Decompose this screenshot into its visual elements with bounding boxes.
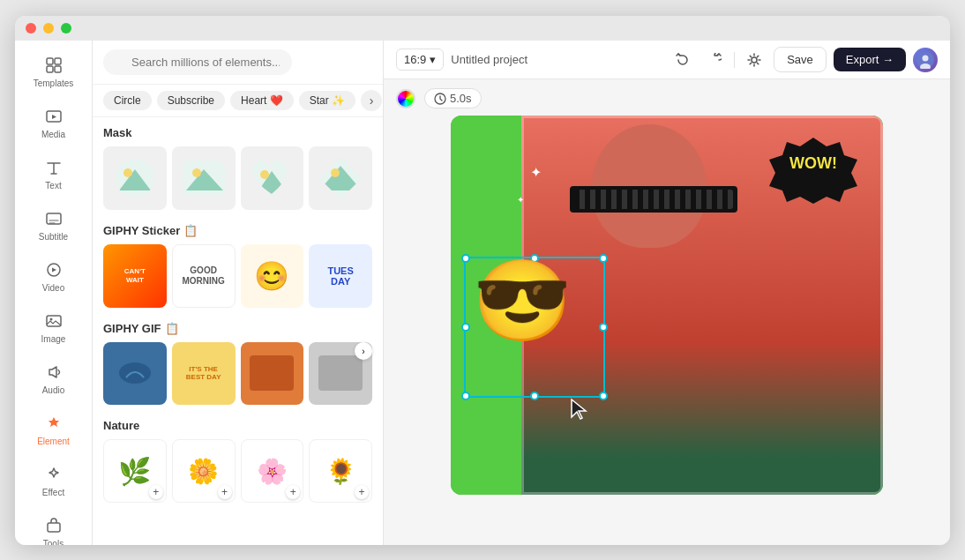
- nature-4[interactable]: 🌻 +: [309, 439, 372, 503]
- nature-2[interactable]: 🌼 +: [172, 439, 236, 503]
- sidebar-label-media: Media: [41, 130, 65, 139]
- tag-subscribe[interactable]: Subscribe: [157, 91, 225, 110]
- sidebar-label-text: Text: [45, 181, 61, 190]
- media-icon: [43, 106, 64, 127]
- minimize-button[interactable]: [43, 23, 54, 34]
- maximize-button[interactable]: [61, 23, 71, 34]
- sticker-cant-wait[interactable]: CAN'TWAIT: [103, 244, 167, 308]
- nature-section-title: Nature: [103, 419, 372, 432]
- sidebar-item-effect[interactable]: Effect: [15, 457, 92, 504]
- handle-bottom-right[interactable]: [599, 392, 608, 400]
- main-editor: 16:9 ▾ Untitled project: [384, 41, 950, 545]
- toolbar-divider: [734, 52, 735, 68]
- sidebar-label-templates: Templates: [34, 78, 74, 88]
- mask-grid: [103, 146, 372, 210]
- handle-top-right[interactable]: [599, 254, 608, 263]
- redo-button[interactable]: [702, 48, 727, 72]
- tag-star[interactable]: Star ✨: [299, 91, 355, 110]
- search-bar: 🔍: [93, 41, 383, 85]
- svg-rect-1: [55, 58, 61, 64]
- svg-rect-0: [47, 58, 53, 64]
- nature-grid: 🌿 + 🌼 + 🌸 + 🌻 +: [103, 439, 372, 503]
- aspect-ratio-selector[interactable]: 16:9 ▾: [396, 49, 444, 71]
- sidebar-label-tools: Tools: [43, 539, 64, 545]
- handle-bottom-left[interactable]: [461, 392, 470, 400]
- gif-2[interactable]: IT'S THEBEST DAY: [172, 342, 236, 406]
- svg-rect-2: [47, 66, 53, 72]
- gif-3[interactable]: [241, 342, 304, 406]
- handle-left-middle[interactable]: [461, 323, 470, 332]
- tag-circle[interactable]: Circle: [103, 91, 152, 110]
- sidebar-item-media[interactable]: Media: [15, 99, 92, 146]
- sidebar: Templates Media Text: [15, 41, 93, 545]
- search-input[interactable]: [103, 49, 292, 75]
- sidebar-item-video[interactable]: Video: [15, 252, 92, 300]
- time-display: 5.0s: [424, 88, 482, 108]
- app-window: Templates Media Text: [15, 16, 950, 545]
- sidebar-item-templates[interactable]: Templates: [15, 48, 92, 95]
- svg-marker-33: [572, 399, 586, 419]
- sidebar-label-effect: Effect: [42, 488, 64, 497]
- panel-scroll-arrow[interactable]: ›: [355, 342, 372, 360]
- giphy-sticker-grid: CAN'TWAIT GOODMORNING 😊 TUESDAY: [103, 244, 372, 308]
- sidebar-label-subtitle: Subtitle: [39, 232, 68, 242]
- svg-point-26: [752, 57, 757, 63]
- sticker-tuesday[interactable]: TUESDAY: [309, 244, 372, 308]
- nature-3-add[interactable]: +: [286, 485, 300, 499]
- sticker-emoji-smile[interactable]: 😊: [241, 244, 304, 308]
- nature-1-add[interactable]: +: [149, 485, 163, 499]
- gif-1[interactable]: [103, 342, 167, 406]
- settings-button[interactable]: [742, 48, 767, 72]
- handle-right-middle[interactable]: [599, 323, 608, 332]
- sidebar-item-audio[interactable]: Audio: [15, 355, 92, 402]
- svg-point-13: [123, 168, 132, 177]
- sidebar-label-element: Element: [37, 437, 70, 446]
- toolbar-actions: Save Export →: [670, 47, 938, 72]
- giphy-gif-grid: IT'S THEBEST DAY: [103, 342, 372, 406]
- title-bar: [15, 16, 950, 41]
- sidebar-item-tools[interactable]: Tools: [15, 508, 92, 545]
- mask-rounded[interactable]: [172, 146, 236, 210]
- sidebar-label-audio: Audio: [42, 385, 65, 395]
- giphy-gif-section-title: GIPHY GIF 📋: [103, 322, 372, 335]
- chevron-down-icon: ▾: [430, 53, 436, 66]
- text-icon: [43, 157, 64, 178]
- export-button[interactable]: Export →: [834, 48, 906, 71]
- audio-icon: [43, 362, 64, 383]
- mask-diamond[interactable]: [309, 146, 372, 210]
- handle-bottom-middle[interactable]: [530, 392, 539, 400]
- project-title: Untitled project: [451, 53, 663, 66]
- sidebar-item-element[interactable]: Element: [15, 406, 92, 453]
- mask-circle[interactable]: [103, 146, 167, 210]
- user-avatar[interactable]: [913, 48, 938, 72]
- svg-rect-5: [47, 213, 61, 224]
- tags-row: Circle Subscribe Heart ❤️ Star ✨ ›: [93, 85, 383, 117]
- mask-section-title: Mask: [103, 126, 372, 139]
- sparkle-1: ✦: [530, 164, 542, 181]
- subtitle-icon: [43, 208, 64, 229]
- color-wheel-button[interactable]: [396, 89, 415, 108]
- sidebar-item-image[interactable]: Image: [15, 303, 92, 351]
- nature-4-add[interactable]: +: [355, 485, 369, 499]
- close-button[interactable]: [26, 23, 36, 34]
- svg-point-20: [260, 170, 269, 179]
- giphy-sticker-section-title: GIPHY Sticker 📋: [103, 224, 372, 237]
- undo-button[interactable]: [670, 48, 695, 72]
- mask-heart[interactable]: [241, 146, 304, 210]
- image-icon: [43, 310, 64, 332]
- tags-more-button[interactable]: ›: [361, 90, 382, 111]
- sidebar-item-subtitle[interactable]: Subtitle: [15, 201, 92, 249]
- handle-top-left[interactable]: [461, 254, 470, 263]
- sticker-good-morning[interactable]: GOODMORNING: [172, 244, 236, 308]
- tag-heart[interactable]: Heart ❤️: [230, 91, 294, 110]
- nature-2-add[interactable]: +: [218, 485, 232, 499]
- sidebar-item-text[interactable]: Text: [15, 150, 92, 198]
- save-button[interactable]: Save: [774, 47, 827, 72]
- wow-badge: WOW!: [765, 133, 862, 208]
- nature-1[interactable]: 🌿 +: [103, 439, 167, 503]
- nature-3[interactable]: 🌸 +: [241, 439, 304, 503]
- svg-rect-9: [48, 523, 60, 532]
- time-value: 5.0s: [450, 92, 472, 105]
- svg-point-8: [49, 318, 52, 321]
- emoji-sunglasses[interactable]: 😎: [473, 261, 572, 340]
